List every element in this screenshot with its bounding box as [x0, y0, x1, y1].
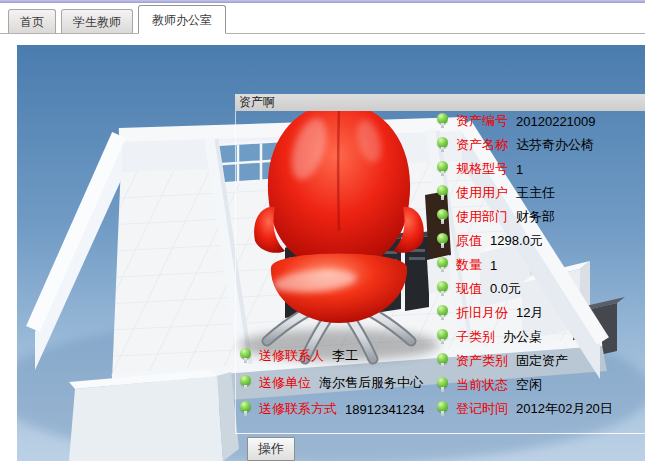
field-label: 子类别 — [456, 328, 495, 346]
field-label: 送修单位 — [259, 374, 311, 392]
field-row-category: 资产类别 固定资产 — [437, 352, 568, 370]
green-pin-icon[interactable] — [240, 348, 252, 364]
green-pin-icon[interactable] — [437, 353, 449, 369]
field-value: 固定资产 — [516, 352, 568, 370]
field-value: 办公桌 — [503, 328, 542, 346]
field-value: 12月 — [516, 304, 543, 322]
field-label: 资产类别 — [456, 352, 508, 370]
annex-room — [69, 370, 239, 461]
field-row-asset-name: 资产名称 达芬奇办公椅 — [437, 136, 594, 154]
green-pin-icon[interactable] — [437, 329, 449, 345]
field-label: 折旧月份 — [456, 304, 508, 322]
field-row-quantity: 数量 1 — [437, 256, 497, 274]
field-value: 1298.0元 — [490, 232, 543, 250]
field-label: 当前状态 — [456, 376, 508, 394]
field-label: 资产名称 — [456, 136, 508, 154]
green-pin-icon[interactable] — [437, 137, 449, 153]
field-value: 20120221009 — [516, 114, 596, 129]
field-value: 王主任 — [516, 184, 555, 202]
green-pin-icon[interactable] — [437, 161, 449, 177]
window-top-accent — [0, 0, 645, 3]
green-pin-icon[interactable] — [437, 113, 449, 129]
field-row-user: 使用用户 王主任 — [437, 184, 555, 202]
tab-student-teacher[interactable]: 学生教师 — [61, 9, 133, 33]
field-value: 李工 — [332, 347, 358, 365]
green-pin-icon[interactable] — [437, 257, 449, 273]
field-row-asset-id: 资产编号 20120221009 — [437, 112, 596, 130]
field-row-department: 使用部门 财务部 — [437, 208, 555, 226]
field-row-model: 规格型号 1 — [437, 160, 523, 178]
green-pin-icon[interactable] — [437, 377, 449, 393]
field-label: 原值 — [456, 232, 482, 250]
green-pin-icon[interactable] — [437, 233, 449, 249]
field-row-subcategory: 子类别 办公桌 — [437, 328, 542, 346]
field-row-original-value: 原值 1298.0元 — [437, 232, 543, 250]
green-pin-icon[interactable] — [437, 305, 449, 321]
field-value: 2012年02月20日 — [516, 400, 613, 418]
field-label: 使用用户 — [456, 184, 508, 202]
field-label: 送修联系方式 — [259, 400, 337, 418]
field-value: 1 — [516, 162, 523, 177]
info-panel-title: 资产啊 — [235, 94, 645, 111]
field-value: 海尔售后服务中心 — [319, 374, 423, 392]
field-label: 登记时间 — [456, 400, 508, 418]
info-panel-left-edge — [235, 94, 236, 433]
room-3d-scene: 资产啊 资产编号 20120221009 资产名称 达芬奇办公椅 规格型号 1 … — [17, 45, 645, 461]
field-label: 送修联系人 — [259, 347, 324, 365]
field-label: 资产编号 — [456, 112, 508, 130]
field-value: 1 — [490, 258, 497, 273]
green-pin-icon[interactable] — [437, 401, 449, 417]
green-pin-icon[interactable] — [437, 281, 449, 297]
field-row-repair-unit: 送修单位 海尔售后服务中心 — [240, 374, 423, 392]
field-label: 规格型号 — [456, 160, 508, 178]
field-row-repair-contact: 送修联系人 李工 — [240, 347, 358, 365]
green-pin-icon[interactable] — [437, 185, 449, 201]
field-row-depreciation: 折旧月份 12月 — [437, 304, 543, 322]
field-row-register-date: 登记时间 2012年02月20日 — [437, 400, 613, 418]
field-value: 空闲 — [516, 376, 542, 394]
field-row-repair-phone: 送修联系方式 18912341234 — [240, 400, 425, 418]
tab-home[interactable]: 首页 — [8, 9, 56, 33]
green-pin-icon[interactable] — [437, 209, 449, 225]
field-value: 达芬奇办公椅 — [516, 136, 594, 154]
green-pin-icon[interactable] — [240, 401, 252, 417]
field-value: 0.0元 — [490, 280, 521, 298]
green-pin-icon[interactable] — [240, 375, 252, 391]
info-panel-divider — [235, 433, 645, 434]
field-row-current-value: 现值 0.0元 — [437, 280, 521, 298]
field-value: 18912341234 — [345, 402, 425, 417]
field-row-status: 当前状态 空闲 — [437, 376, 542, 394]
field-label: 使用部门 — [456, 208, 508, 226]
action-button[interactable]: 操作 — [247, 437, 295, 461]
tab-bar: 首页 学生教师 教师办公室 — [0, 6, 645, 34]
tab-teacher-office[interactable]: 教师办公室 — [138, 5, 226, 34]
field-label: 现值 — [456, 280, 482, 298]
field-label: 数量 — [456, 256, 482, 274]
field-value: 财务部 — [516, 208, 555, 226]
